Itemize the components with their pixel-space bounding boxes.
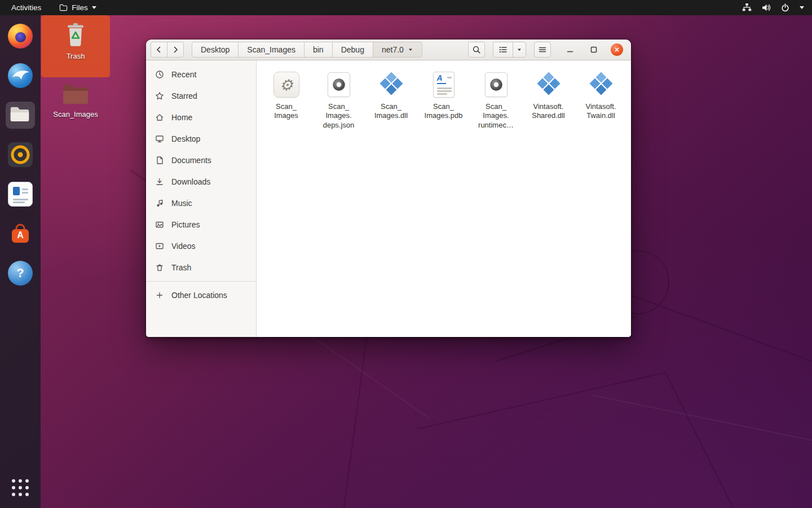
dock-item-thunderbird[interactable] xyxy=(5,62,36,89)
file-item-vintasoft-shared-dll[interactable]: Vintasoft. Shared.dll xyxy=(522,66,575,135)
chevron-down-icon xyxy=(92,6,96,9)
file-grid[interactable]: Scan_ Images Scan_ Images. deps.json xyxy=(257,60,631,337)
breadcrumb-bin[interactable]: bin xyxy=(304,42,333,58)
sidebar-item-label: Starred xyxy=(171,91,197,100)
dock-item-libreoffice-writer[interactable] xyxy=(5,181,36,208)
show-applications-button[interactable] xyxy=(5,474,36,501)
sidebar-item-music[interactable]: Music xyxy=(146,192,256,214)
rhythmbox-icon xyxy=(8,142,33,167)
close-icon xyxy=(613,46,621,54)
videos-icon xyxy=(155,242,164,251)
sidebar-item-documents[interactable]: Documents xyxy=(146,150,256,171)
sidebar-item-trash[interactable]: Trash xyxy=(146,257,256,278)
search-button[interactable] xyxy=(468,42,485,58)
desktop-icon-label: Trash xyxy=(67,52,85,60)
sidebar-item-videos[interactable]: Videos xyxy=(146,235,256,257)
trash-icon xyxy=(155,263,164,273)
breadcrumb-scan-images[interactable]: Scan_Images xyxy=(238,42,304,58)
desktop-icon-scan-images[interactable]: Scan_Images xyxy=(41,78,110,126)
sidebar-item-downloads[interactable]: Downloads xyxy=(146,171,256,192)
chevron-down-icon xyxy=(517,47,522,52)
sidebar-item-label: Recent xyxy=(171,70,196,79)
chevron-down-icon xyxy=(800,6,804,9)
breadcrumb-label: net7.0 xyxy=(382,45,404,54)
ring-document-icon xyxy=(328,72,350,97)
pictures-icon xyxy=(155,220,164,230)
file-item-scan-images-dll[interactable]: Scan_ Images.dll xyxy=(365,66,417,135)
back-button[interactable] xyxy=(151,42,167,58)
files-window: Desktop Scan_Images bin Debug net7.0 xyxy=(146,40,631,337)
sidebar-item-other-locations[interactable]: Other Locations xyxy=(146,284,256,306)
breadcrumb: Desktop Scan_Images bin Debug net7.0 xyxy=(192,42,422,58)
sidebar-item-pictures[interactable]: Pictures xyxy=(146,214,256,235)
file-label: Vintasoft. Twain.dll xyxy=(586,102,616,121)
sidebar-item-label: Desktop xyxy=(171,134,200,143)
downloads-icon xyxy=(155,177,164,187)
file-item-scan-images-runtimeconfig-json[interactable]: Scan_ Images. runtimec… xyxy=(470,66,522,135)
search-icon xyxy=(472,45,481,54)
forward-button[interactable] xyxy=(167,42,184,58)
desktop-icon-trash[interactable]: Trash xyxy=(41,15,110,77)
blue-diamond-library-icon xyxy=(536,71,561,98)
dock-item-rhythmbox[interactable] xyxy=(5,141,36,168)
sidebar-item-recent[interactable]: Recent xyxy=(146,64,256,85)
chevron-down-icon xyxy=(408,47,413,52)
file-item-vintasoft-twain-dll[interactable]: Vintasoft. Twain.dll xyxy=(575,66,627,135)
network-icon xyxy=(742,3,752,12)
list-view-icon xyxy=(498,45,508,54)
menu-icon xyxy=(538,45,547,54)
volume-icon xyxy=(761,3,771,12)
file-label: Scan_ Images.pdb xyxy=(425,102,463,121)
close-button[interactable] xyxy=(611,43,623,56)
activities-button[interactable]: Activities xyxy=(8,2,45,13)
recent-icon xyxy=(155,70,164,80)
show-applications-icon xyxy=(12,479,29,496)
sidebar-item-label: Trash xyxy=(171,263,191,272)
file-label: Scan_ Images.dll xyxy=(374,102,408,121)
documents-icon xyxy=(155,156,164,165)
sidebar-item-desktop[interactable]: Desktop xyxy=(146,128,256,150)
sidebar-item-starred[interactable]: Starred xyxy=(146,85,256,107)
libreoffice-writer-icon xyxy=(8,182,33,207)
desktop-icon-label: Scan_Images xyxy=(53,110,98,119)
app-menu-label: Files xyxy=(72,3,88,12)
ring-document-icon xyxy=(485,72,508,97)
breadcrumb-net7-0[interactable]: net7.0 xyxy=(373,42,422,58)
sidebar-item-label: Videos xyxy=(171,242,196,251)
chevron-right-icon xyxy=(171,45,180,54)
sidebar-item-home[interactable]: Home xyxy=(146,107,256,128)
plus-icon xyxy=(155,291,164,300)
thunderbird-icon xyxy=(8,63,33,88)
view-options-button[interactable] xyxy=(513,42,526,58)
sidebar-item-label: Music xyxy=(171,199,192,208)
app-menu-button[interactable]: Files xyxy=(59,3,96,12)
maximize-button[interactable] xyxy=(587,43,601,56)
system-status-area[interactable] xyxy=(742,3,812,12)
sidebar-item-label: Home xyxy=(171,113,192,122)
minimize-button[interactable] xyxy=(563,43,577,56)
home-icon xyxy=(155,113,164,122)
breadcrumb-debug[interactable]: Debug xyxy=(332,42,373,58)
sidebar-item-label: Other Locations xyxy=(171,291,227,300)
breadcrumb-desktop[interactable]: Desktop xyxy=(192,42,239,58)
music-icon xyxy=(155,199,164,208)
top-bar: Activities Files xyxy=(0,0,812,15)
files-icon xyxy=(8,103,33,128)
file-item-scan-images-pdb[interactable]: Scan_ Images.pdb xyxy=(417,66,470,135)
dock-item-firefox[interactable] xyxy=(5,23,36,50)
sidebar-separator xyxy=(146,281,256,282)
dock-item-help[interactable] xyxy=(5,260,36,287)
file-item-scan-images-deps-json[interactable]: Scan_ Images. deps.json xyxy=(312,66,365,135)
desktop-icon xyxy=(155,134,164,144)
minimize-icon xyxy=(566,45,575,54)
sidebar-item-label: Downloads xyxy=(171,177,210,186)
file-label: Scan_ Images. deps.json xyxy=(323,102,355,130)
blue-diamond-library-icon xyxy=(379,71,404,98)
text-document-icon xyxy=(433,72,454,98)
dock-item-ubuntu-software[interactable] xyxy=(5,220,36,247)
menu-button[interactable] xyxy=(534,42,551,58)
file-label: Scan_ Images. runtimec… xyxy=(478,102,514,130)
file-item-scan-images[interactable]: Scan_ Images xyxy=(260,66,312,135)
dock-item-files[interactable] xyxy=(5,102,36,129)
list-view-button[interactable] xyxy=(493,42,513,58)
